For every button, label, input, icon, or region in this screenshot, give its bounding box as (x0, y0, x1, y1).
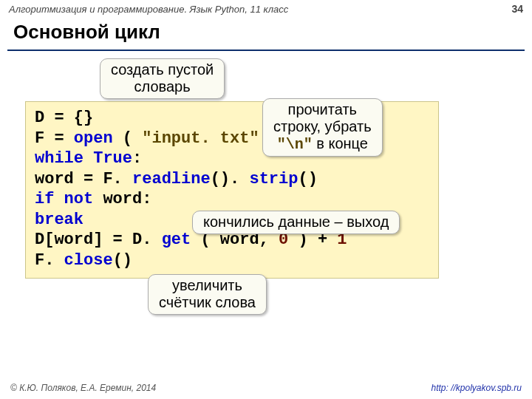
footer-url: http: //kpolyakov.spb.ru (431, 383, 522, 393)
page-number: 34 (511, 3, 523, 15)
code-line: F. close() (35, 250, 429, 271)
slide-title: Основной цикл (0, 16, 532, 50)
callout-read-line: прочитатьстроку, убрать"\n" в конце (262, 98, 383, 157)
content-area: D = {} F = open ( "input. txt" ) while T… (0, 51, 532, 332)
course-title: Алгоритмизация и программирование. Язык … (9, 4, 288, 15)
code-line: if not word: (35, 189, 429, 210)
callout-counter: увеличитьсчётчик слова (148, 274, 267, 315)
code-line: word = F. readline(). strip() (35, 169, 429, 190)
callout-eof: кончились данные – выход (192, 211, 400, 234)
copyright: © К.Ю. Поляков, Е.А. Еремин, 2014 (10, 383, 156, 393)
callout-create-dict: создать пустойсловарь (100, 58, 225, 99)
slide-footer: © К.Ю. Поляков, Е.А. Еремин, 2014 http: … (0, 383, 532, 393)
slide-header: Алгоритмизация и программирование. Язык … (0, 0, 532, 16)
